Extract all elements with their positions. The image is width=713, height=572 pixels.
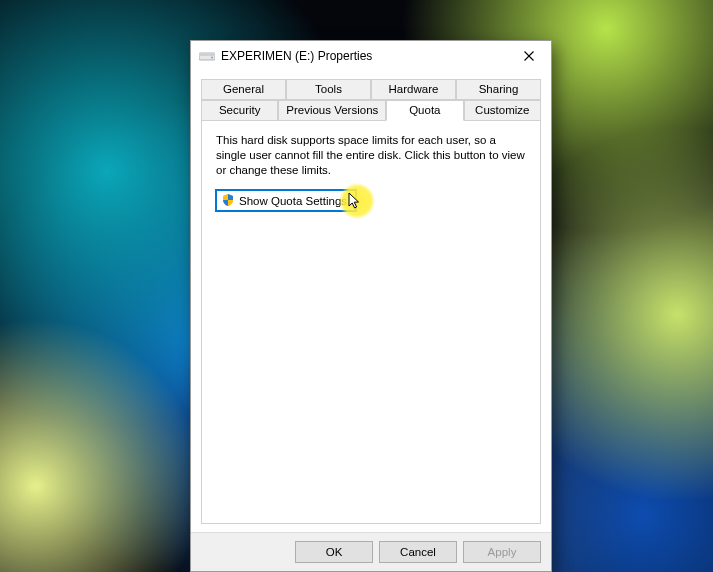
dialog-footer: OK Cancel Apply [191, 532, 551, 571]
quota-panel: This hard disk supports space limits for… [201, 120, 541, 524]
tab-row-1: General Tools Hardware Sharing [201, 79, 541, 100]
close-button[interactable] [509, 42, 549, 70]
drive-icon [199, 50, 215, 62]
desktop-wallpaper: EXPERIMEN (E:) Properties General Tools … [0, 0, 713, 572]
window-title: EXPERIMEN (E:) Properties [221, 49, 509, 63]
tab-row-2: Security Previous Versions Quota Customi… [201, 100, 541, 121]
show-quota-settings-button[interactable]: Show Quota Settings [216, 190, 356, 211]
svg-rect-1 [199, 53, 215, 56]
shield-icon [221, 193, 235, 209]
tab-customize[interactable]: Customize [464, 100, 541, 121]
svg-point-2 [211, 57, 213, 59]
tabstrip: General Tools Hardware Sharing Security … [201, 79, 541, 121]
properties-dialog: EXPERIMEN (E:) Properties General Tools … [190, 40, 552, 572]
tab-sharing[interactable]: Sharing [456, 79, 541, 100]
quota-description: This hard disk supports space limits for… [216, 133, 526, 178]
tab-quota[interactable]: Quota [386, 100, 463, 121]
ok-button[interactable]: OK [295, 541, 373, 563]
tab-previous-versions[interactable]: Previous Versions [278, 100, 386, 121]
close-icon [524, 51, 534, 61]
client-area: General Tools Hardware Sharing Security … [191, 71, 551, 532]
tab-tools[interactable]: Tools [286, 79, 371, 100]
cancel-button[interactable]: Cancel [379, 541, 457, 563]
tab-hardware[interactable]: Hardware [371, 79, 456, 100]
apply-button: Apply [463, 541, 541, 563]
show-quota-settings-label: Show Quota Settings [239, 195, 347, 207]
tab-general[interactable]: General [201, 79, 286, 100]
titlebar[interactable]: EXPERIMEN (E:) Properties [191, 41, 551, 71]
tab-security[interactable]: Security [201, 100, 278, 121]
